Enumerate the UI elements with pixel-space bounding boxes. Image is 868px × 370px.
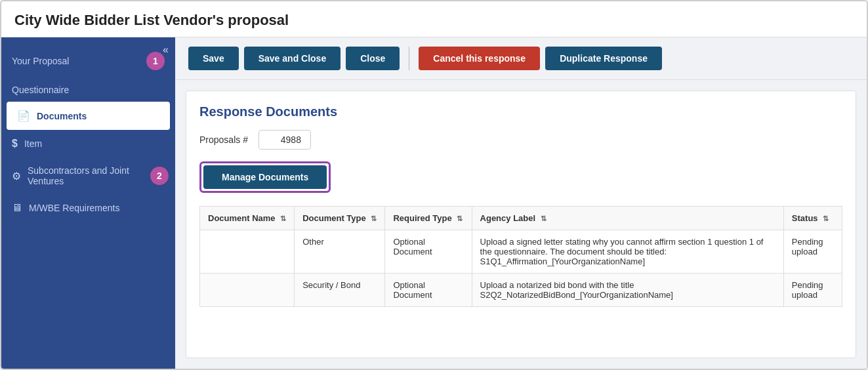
- save-button[interactable]: Save: [188, 47, 239, 70]
- table-header-row: Document Name ⇅ Document Type ⇅ Required…: [200, 207, 842, 230]
- sort-icon[interactable]: ⇅: [280, 215, 286, 223]
- cell-doc-type: Other: [295, 230, 385, 274]
- sidebar-item-label: Item: [24, 138, 42, 149]
- main-content: Save Save and Close Close Cancel this re…: [175, 37, 867, 369]
- sort-icon[interactable]: ⇅: [823, 215, 829, 223]
- title-bar: City Wide Bidder List Vendor's proposal: [1, 1, 867, 37]
- sidebar-item-mwbe[interactable]: 🖥 M/WBE Requirements: [1, 194, 175, 222]
- sidebar-item-documents[interactable]: 📄 Documents: [7, 102, 170, 130]
- sort-icon[interactable]: ⇅: [457, 215, 463, 223]
- sidebar-item-label: M/WBE Requirements: [29, 203, 119, 213]
- manage-documents-button[interactable]: Manage Documents: [203, 165, 327, 189]
- cancel-response-button[interactable]: Cancel this response: [419, 47, 540, 70]
- save-close-button[interactable]: Save and Close: [244, 47, 341, 70]
- response-documents-area: Response Documents Proposals # 4988 Mana…: [186, 91, 856, 358]
- cell-doc-name: [200, 230, 295, 274]
- toolbar: Save Save and Close Close Cancel this re…: [175, 37, 867, 80]
- col-doc-type: Document Type ⇅: [295, 207, 385, 230]
- page-title: City Wide Bidder List Vendor's proposal: [14, 12, 854, 29]
- toolbar-divider: [409, 47, 409, 70]
- cell-agency-label: Upload a signed letter stating why you c…: [472, 230, 783, 274]
- col-doc-name: Document Name ⇅: [200, 207, 295, 230]
- table-row: Other Optional Document Upload a signed …: [200, 230, 842, 274]
- manage-docs-wrapper: Manage Documents: [199, 161, 331, 193]
- document-icon: 📄: [17, 110, 30, 122]
- cell-required-type: Optional Document: [385, 230, 472, 274]
- table-row: Security / Bond Optional Document Upload…: [200, 274, 842, 307]
- sidebar-item-label: Subcontractors and Joint Ventures: [28, 165, 165, 186]
- col-status: Status ⇅: [783, 207, 842, 230]
- sidebar: « Your Proposal 1 Questionnaire 📄 Docume…: [1, 37, 175, 369]
- body-layout: « Your Proposal 1 Questionnaire 📄 Docume…: [1, 37, 867, 369]
- close-button[interactable]: Close: [346, 47, 400, 70]
- cell-status: Pending upload: [783, 274, 842, 307]
- cell-doc-name: [200, 274, 295, 307]
- cell-required-type: Optional Document: [385, 274, 472, 307]
- proposals-label: Proposals #: [199, 134, 248, 145]
- sort-icon[interactable]: ⇅: [541, 215, 547, 223]
- gear-icon: ⚙: [12, 170, 21, 182]
- col-required-type: Required Type ⇅: [385, 207, 472, 230]
- duplicate-response-button[interactable]: Duplicate Response: [545, 47, 662, 70]
- sidebar-item-your-proposal[interactable]: Your Proposal 1: [1, 44, 175, 78]
- sidebar-item-label: Questionnaire: [12, 85, 69, 95]
- proposals-value: 4988: [258, 130, 311, 150]
- sidebar-item-subcontractors[interactable]: ⚙ Subcontractors and Joint Ventures 2: [1, 157, 175, 194]
- step-badge-1: 1: [146, 52, 165, 70]
- response-documents-title: Response Documents: [199, 104, 842, 119]
- monitor-icon: 🖥: [12, 202, 22, 214]
- sort-icon[interactable]: ⇅: [371, 215, 377, 223]
- col-agency-label: Agency Label ⇅: [472, 207, 783, 230]
- sidebar-item-label: Your Proposal: [12, 56, 69, 66]
- page-wrapper: City Wide Bidder List Vendor's proposal …: [0, 0, 868, 370]
- sidebar-item-item[interactable]: $ Item: [1, 130, 175, 157]
- cell-doc-type: Security / Bond: [295, 274, 385, 307]
- sidebar-item-questionnaire[interactable]: Questionnaire: [1, 78, 175, 102]
- cell-status: Pending upload: [783, 230, 842, 274]
- documents-table: Document Name ⇅ Document Type ⇅ Required…: [199, 206, 842, 307]
- dollar-icon: $: [12, 138, 18, 150]
- cell-agency-label: Upload a notarized bid bond with the tit…: [472, 274, 783, 307]
- proposals-row: Proposals # 4988: [199, 130, 842, 150]
- sidebar-item-label: Documents: [37, 111, 87, 121]
- step-badge-2: 2: [150, 167, 169, 185]
